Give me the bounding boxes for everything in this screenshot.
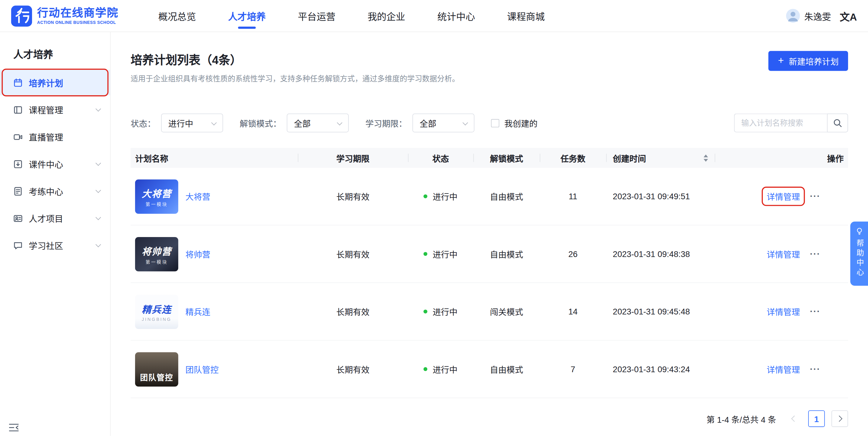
col-plan-name: 计划名称 xyxy=(130,148,298,168)
plan-thumbnail: 将帅营 第一模块 xyxy=(135,237,178,271)
user-menu[interactable]: 朱逸雯 xyxy=(786,9,831,23)
cell-task-count: 11 xyxy=(540,192,606,201)
header-right: 朱逸雯 文A xyxy=(786,8,857,23)
username: 朱逸雯 xyxy=(804,9,831,22)
period-filter-label: 学习期限： xyxy=(365,117,407,128)
sidebar-item-training-plan[interactable]: 培养计划 xyxy=(0,70,110,95)
cell-status: 进行中 xyxy=(408,248,473,260)
search-button[interactable] xyxy=(827,113,848,132)
table-row: 将帅营 第一模块 将帅营 长期有效 进行中 自由模式 26 2023-01-31… xyxy=(130,225,848,283)
sort-icon[interactable] xyxy=(704,154,708,162)
thumb-title: 大将营 xyxy=(142,186,172,200)
chevron-down-icon xyxy=(211,120,217,125)
top-header: 行动在线商学院 ACTION ONLINE BUSINESS SCHOOL 概况… xyxy=(0,0,868,32)
my-created-checkbox[interactable] xyxy=(491,119,499,127)
plan-name-link[interactable]: 精兵连 xyxy=(186,306,210,317)
avatar-icon xyxy=(786,9,800,23)
app-root: 行动在线商学院 ACTION ONLINE BUSINESS SCHOOL 概况… xyxy=(0,0,868,436)
plan-thumbnail: 团队管控 xyxy=(135,352,178,386)
create-plan-button[interactable]: + 新建培养计划 xyxy=(769,51,848,71)
col-created-time[interactable]: 创建时间 xyxy=(606,148,715,168)
plan-thumbnail: 精兵连 JINGBING xyxy=(135,294,178,329)
sidebar-item-live-management[interactable]: 直播管理 xyxy=(0,124,110,149)
cell-created-time: 2023-01-31 09:48:38 xyxy=(606,249,715,259)
sidebar-collapse-icon[interactable] xyxy=(9,424,19,432)
status-dot xyxy=(424,195,428,198)
plan-name-link[interactable]: 将帅营 xyxy=(186,248,210,260)
more-actions-button[interactable]: ··· xyxy=(810,307,820,317)
nav-item-talent-training[interactable]: 人才培养 xyxy=(228,0,266,32)
nav-item-statistics-center[interactable]: 统计中心 xyxy=(437,0,475,32)
cell-task-count: 26 xyxy=(540,249,606,259)
chevron-down-icon xyxy=(337,120,342,125)
cell-study-period: 长期有效 xyxy=(298,306,408,317)
sidebar-item-exam-center[interactable]: 考练中心 xyxy=(0,178,110,204)
logo[interactable]: 行动在线商学院 ACTION ONLINE BUSINESS SCHOOL xyxy=(11,5,143,26)
page-subtitle: 适用于企业组织具有考核性质的系统性学习，支持多种任务解锁方式，通过多维度的学习数… xyxy=(130,72,459,84)
sidebar-item-label: 课件中心 xyxy=(29,158,63,170)
main-nav: 概况总览 人才培养 平台运营 我的企业 统计中心 课程商城 xyxy=(158,0,545,32)
pagination-prev-button[interactable] xyxy=(785,410,802,427)
thumb-title: 精兵连 xyxy=(142,301,172,315)
col-status: 状态 xyxy=(408,148,473,168)
search-input[interactable] xyxy=(734,113,827,132)
plan-name-link[interactable]: 团队管控 xyxy=(186,364,219,375)
cell-unlock-mode: 自由模式 xyxy=(473,248,540,260)
more-actions-button[interactable]: ··· xyxy=(810,192,820,201)
plan-name-link[interactable]: 大将营 xyxy=(186,191,210,202)
logo-title: 行动在线商学院 xyxy=(37,7,119,19)
logo-text: 行动在线商学院 ACTION ONLINE BUSINESS SCHOOL xyxy=(37,7,119,25)
sidebar-item-talent-project[interactable]: 人才项目 xyxy=(0,206,110,231)
sidebar: 人才培养 培养计划 课程管理 直播管理 xyxy=(0,32,111,436)
cell-task-count: 14 xyxy=(540,307,606,316)
sidebar-item-label: 考练中心 xyxy=(29,185,63,197)
status-text: 进行中 xyxy=(433,191,457,202)
status-filter-select[interactable]: 进行中 xyxy=(161,113,223,132)
thumb-subtitle: 第一模块 xyxy=(146,258,168,264)
thumb-subtitle: 第一模块 xyxy=(146,201,168,207)
unlock-filter-value: 全部 xyxy=(294,117,311,128)
detail-manage-link[interactable]: 详情管理 xyxy=(767,364,800,375)
main-content: 培养计划列表（4条） 适用于企业组织具有考核性质的系统性学习，支持多种任务解锁方… xyxy=(111,32,868,436)
filter-bar: 状态： 进行中 解锁模式： 全部 学习期限： 全部 我创建的 xyxy=(130,113,848,132)
cell-study-period: 长期有效 xyxy=(298,364,408,375)
detail-manage-link[interactable]: 详情管理 xyxy=(767,306,800,317)
cell-created-time: 2023-01-31 09:45:48 xyxy=(606,307,715,316)
cell-unlock-mode: 闯关模式 xyxy=(473,306,540,317)
video-camera-icon xyxy=(13,132,23,142)
sidebar-item-learning-community[interactable]: 学习社区 xyxy=(0,233,110,258)
col-actions: 操作 xyxy=(715,148,848,168)
my-created-filter[interactable]: 我创建的 xyxy=(491,117,538,128)
plan-table: 计划名称 学习期限 状态 解锁模式 任务数 创建时间 操作 xyxy=(130,148,848,398)
logo-icon xyxy=(11,5,32,26)
thumb-subtitle: JINGBING xyxy=(142,317,172,321)
translate-icon[interactable]: 文A xyxy=(840,8,857,23)
book-icon xyxy=(13,105,23,114)
more-actions-button[interactable]: ··· xyxy=(810,364,820,374)
pagination-next-button[interactable] xyxy=(831,410,848,427)
sidebar-item-courseware-center[interactable]: 课件中心 xyxy=(0,151,110,177)
chevron-right-icon xyxy=(836,415,842,422)
pagination-page-1[interactable]: 1 xyxy=(808,410,825,427)
cell-study-period: 长期有效 xyxy=(298,248,408,260)
nav-item-platform-operation[interactable]: 平台运营 xyxy=(298,0,336,32)
more-actions-button[interactable]: ··· xyxy=(810,249,820,259)
help-center-tab[interactable]: 帮助中心 xyxy=(850,222,868,286)
study-period-filter-select[interactable]: 全部 xyxy=(412,113,474,132)
nav-item-course-mall[interactable]: 课程商城 xyxy=(507,0,545,32)
help-center-label: 帮助中心 xyxy=(854,239,865,278)
chevron-left-icon xyxy=(791,415,797,422)
lightbulb-icon xyxy=(855,227,863,235)
detail-manage-link[interactable]: 详情管理 xyxy=(767,191,800,202)
nav-item-overview[interactable]: 概况总览 xyxy=(158,0,196,32)
search-icon xyxy=(833,118,842,127)
chevron-down-icon xyxy=(95,160,101,165)
nav-item-my-enterprise[interactable]: 我的企业 xyxy=(368,0,405,32)
sidebar-item-course-management[interactable]: 课程管理 xyxy=(0,97,110,122)
create-plan-label: 新建培养计划 xyxy=(789,55,839,66)
status-text: 进行中 xyxy=(433,248,457,260)
status-text: 进行中 xyxy=(433,364,457,375)
detail-manage-link[interactable]: 详情管理 xyxy=(767,248,800,260)
unlock-mode-filter-select[interactable]: 全部 xyxy=(287,113,349,132)
col-study-period: 学习期限 xyxy=(298,148,408,168)
